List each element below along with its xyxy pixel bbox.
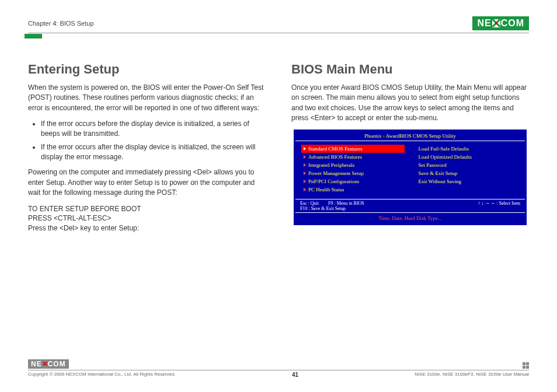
bullet-2: If the error occurs after the display de… [41,142,266,162]
triangle-icon [304,172,306,175]
heading-bios-main-menu: BIOS Main Menu [291,62,529,77]
bios-footer-hint: Time, Date, Hard Disk Type... [295,213,525,223]
bios-screenshot: Phoenix - AwardBIOS CMOS Setup Utility S… [294,130,527,225]
bios-help-arrows: ↑ ↓ → ← : Select Item [478,201,520,211]
bios-item-advanced: Advanced BIOS Features [301,153,405,161]
triangle-icon [304,180,306,183]
bios-item-fail-safe: Load Fail-Safe Defaults [416,145,520,153]
bios-item-power-mgmt: Power Management Setup [301,169,405,177]
footer-squares-icon [523,362,529,369]
bios-right-col: Load Fail-Safe Defaults Load Optimized D… [410,145,525,195]
right-column: BIOS Main Menu Once you enter Award BIOS… [291,62,529,233]
error-bullet-list: If the error occurs before the display d… [41,119,266,162]
triangle-icon [304,147,306,150]
para-intro: When the system is powered on, the BIOS … [28,83,266,113]
nexcom-logo: NE COM [472,16,529,30]
page-number: 41 [292,372,298,378]
logo-text-com: COM [501,18,524,29]
logo-x-icon [492,19,500,27]
triangle-icon [304,188,306,191]
footer-logo: NE ✕ COM [28,359,69,369]
para-bios-intro: Once you enter Award BIOS CMOS Setup Uti… [291,83,529,124]
bios-item-integrated: Integrated Peripherals [301,161,405,169]
copyright-text: Copyright © 2009 NEXCOM International Co… [28,372,176,378]
chapter-title: Chapter 4: BIOS Setup [28,20,94,27]
line-1: TO ENTER SETUP BEFORE BOOT [28,204,266,214]
bios-title: Phoenix - AwardBIOS CMOS Setup Utility [295,131,525,141]
bios-help-bar: Esc : Quit F9 : Menu in BIOS F10 : Save … [295,200,525,213]
line-3: Press the <Del> key to enter Setup: [28,223,266,233]
bios-item-optimized: Load Optimized Defaults [416,153,520,161]
bios-item-pc-health: PC Health Status [301,186,405,194]
triangle-icon [304,155,306,159]
page-footer: NE ✕ COM Copyright © 2009 NEXCOM Interna… [28,359,529,378]
bullet-1: If the error occurs before the display d… [41,119,266,139]
tab-marker [25,34,42,38]
bios-item-pnp-pci: PnP/PCI Configurations [301,177,405,186]
para-powering: Powering on the computer and immediately… [28,167,266,198]
line-2: PRESS <CTRL-ALT-ESC> [28,214,266,223]
page-header: Chapter 4: BIOS Setup NE COM [28,16,529,33]
triangle-icon [304,163,306,167]
bios-left-col: Standard CMOS Features Advanced BIOS Fea… [295,145,410,195]
logo-text-ne: NE [477,18,491,29]
manual-title: NISE 3100e, NISE 3100eP2, NISE 3150e Use… [415,372,529,378]
bios-item-save-exit: Save & Exit Setup [416,169,520,177]
bios-item-exit-no-save: Exit Without Saving [416,177,520,186]
bios-item-standard-cmos: Standard CMOS Features [301,145,405,153]
enter-setup-block: TO ENTER SETUP BEFORE BOOT PRESS <CTRL-A… [28,204,266,233]
left-column: Entering Setup When the system is powere… [28,62,266,233]
heading-entering-setup: Entering Setup [28,62,266,77]
bios-item-set-password: Set Password [416,161,520,169]
